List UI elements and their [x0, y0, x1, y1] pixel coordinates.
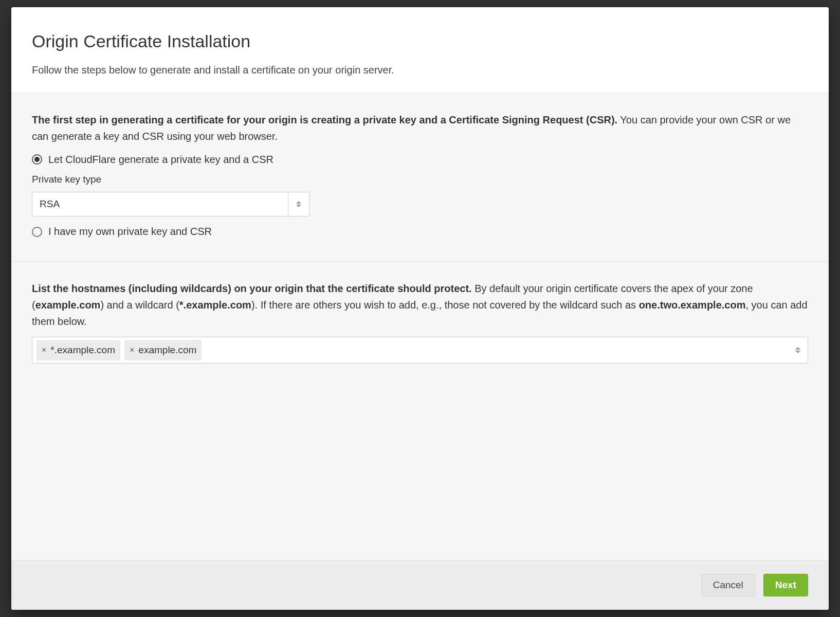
dialog-title: Origin Certificate Installation: [32, 28, 808, 55]
next-button[interactable]: Next: [763, 574, 808, 596]
hostname-tag-label: *.example.com: [50, 342, 115, 357]
remove-tag-icon[interactable]: ×: [42, 346, 46, 354]
radio-generate-label[interactable]: Let CloudFlare generate a private key an…: [48, 152, 273, 168]
private-key-type-label: Private key type: [32, 172, 808, 187]
private-key-type-value: RSA: [32, 192, 288, 216]
hostnames-caret-icon: [795, 347, 804, 353]
radio-generate[interactable]: [32, 154, 42, 165]
hostname-tag-label: example.com: [138, 342, 196, 357]
csr-section: The first step in generating a certifica…: [11, 93, 829, 262]
hostnames-description: List the hostnames (including wildcards)…: [32, 280, 808, 330]
dialog-footer: Cancel Next: [11, 560, 829, 610]
private-key-type-select[interactable]: RSA: [32, 192, 309, 216]
dialog-header: Origin Certificate Installation Follow t…: [11, 7, 829, 93]
csr-description: The first step in generating a certifica…: [32, 112, 808, 144]
radio-own[interactable]: [32, 227, 42, 237]
hostname-tag: × *.example.com: [36, 340, 120, 360]
hostnames-input[interactable]: × *.example.com × example.com: [32, 337, 808, 363]
cancel-button[interactable]: Cancel: [701, 574, 755, 596]
csr-description-bold: The first step in generating a certifica…: [32, 114, 617, 125]
radio-own-row[interactable]: I have my own private key and CSR: [32, 224, 808, 240]
hostnames-description-bold: List the hostnames (including wildcards)…: [32, 283, 472, 294]
hostname-tag: × example.com: [124, 340, 202, 360]
remove-tag-icon[interactable]: ×: [130, 346, 134, 354]
radio-generate-row[interactable]: Let CloudFlare generate a private key an…: [32, 152, 808, 168]
origin-cert-install-dialog: Origin Certificate Installation Follow t…: [11, 7, 829, 610]
select-caret-icon: [288, 192, 309, 216]
hostnames-section: List the hostnames (including wildcards)…: [11, 262, 829, 382]
dialog-subtitle: Follow the steps below to generate and i…: [32, 62, 808, 78]
radio-own-label[interactable]: I have my own private key and CSR: [48, 224, 212, 240]
